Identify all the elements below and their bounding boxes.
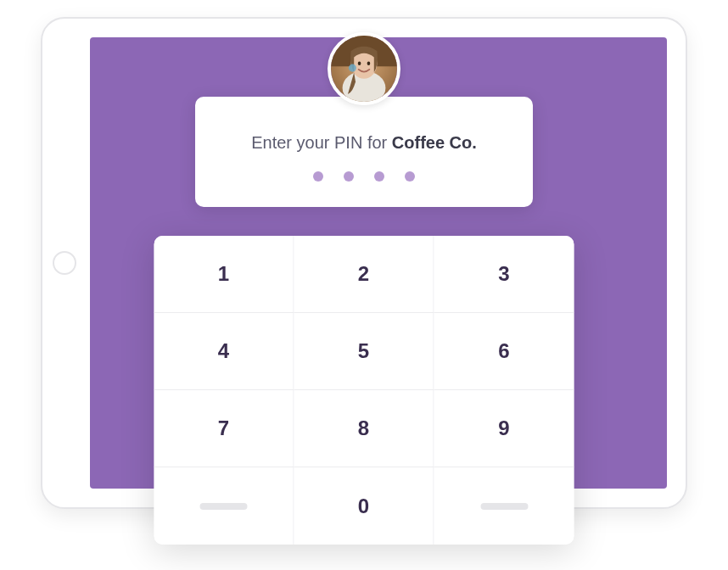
svg-point-6 (349, 64, 356, 72)
pin-prompt-prefix: Enter your PIN for (251, 133, 392, 152)
keypad-key-6[interactable]: 6 (434, 313, 574, 390)
avatar (328, 32, 400, 105)
keypad: 1 2 3 4 5 6 7 8 9 0 (154, 236, 574, 545)
svg-point-5 (367, 61, 371, 65)
pin-dot (405, 171, 415, 182)
pin-dots (313, 171, 415, 182)
pin-dot (344, 171, 354, 182)
pin-prompt-company: Coffee Co. (392, 133, 477, 152)
key-dash-icon (200, 503, 248, 510)
keypad-key-4[interactable]: 4 (154, 313, 294, 390)
keypad-key-blank-left[interactable] (154, 467, 294, 545)
pin-entry-card: Enter your PIN for Coffee Co. (195, 97, 533, 207)
keypad-key-1[interactable]: 1 (154, 236, 294, 313)
pin-dot (313, 171, 323, 182)
keypad-key-7[interactable]: 7 (154, 390, 294, 467)
keypad-key-blank-right[interactable] (434, 467, 574, 545)
keypad-key-2[interactable]: 2 (294, 236, 434, 313)
pin-dot (374, 171, 384, 182)
key-dash-icon (480, 503, 528, 510)
pin-prompt: Enter your PIN for Coffee Co. (251, 133, 477, 153)
keypad-key-3[interactable]: 3 (434, 236, 574, 313)
keypad-key-9[interactable]: 9 (434, 390, 574, 467)
keypad-key-0[interactable]: 0 (294, 467, 434, 545)
tablet-home-button (53, 251, 76, 275)
keypad-key-5[interactable]: 5 (294, 313, 434, 390)
svg-point-4 (358, 61, 361, 65)
keypad-key-8[interactable]: 8 (294, 390, 434, 467)
